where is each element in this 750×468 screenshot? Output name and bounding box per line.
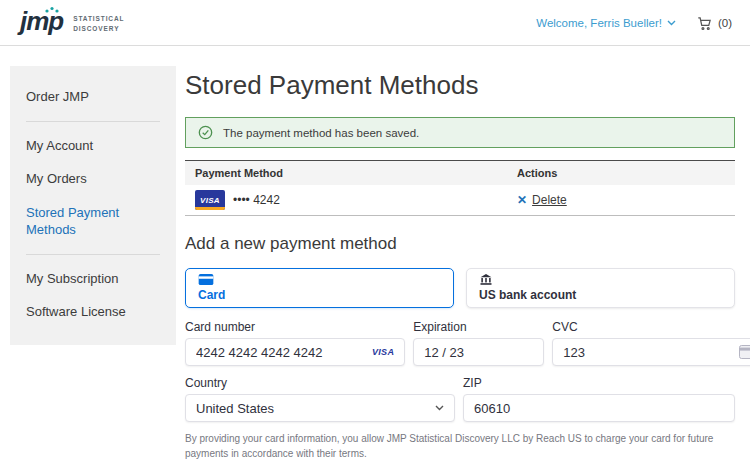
cvc-card-icon — [739, 345, 750, 359]
zip-inputbox — [463, 394, 735, 422]
column-header-payment-method: Payment Method — [195, 167, 517, 179]
jmp-logo-dots-icon — [44, 6, 60, 14]
zip-input[interactable] — [474, 401, 724, 416]
tab-us-bank-account[interactable]: US bank account — [466, 268, 735, 308]
payment-method-cell: VISA •••• 4242 — [195, 190, 517, 210]
main-content: Stored Payment Methods The payment metho… — [185, 62, 735, 468]
country-field: Country United States — [185, 376, 455, 422]
check-circle-icon — [198, 125, 213, 140]
alert-message: The payment method has been saved. — [223, 127, 419, 139]
form-row-1: Card number VISA Expiration CVC — [185, 320, 735, 366]
card-number-input[interactable] — [196, 345, 372, 360]
visa-brand-icon: VISA — [372, 347, 394, 357]
jmp-logo[interactable]: jmp STATISTICAL DISCOVERY — [20, 8, 124, 34]
cvc-field: CVC — [552, 320, 750, 366]
payment-method-tabs: Card US bank account — [185, 268, 735, 308]
page: jmp STATISTICAL DISCOVERY Welcome, Ferri… — [0, 0, 750, 468]
sidebar-item-order-jmp[interactable]: Order JMP — [10, 80, 176, 114]
logo-sub-line2: DISCOVERY — [73, 24, 124, 34]
card-number-inputbox: VISA — [185, 338, 405, 366]
sidebar-item-software-license[interactable]: Software License — [10, 295, 176, 329]
select-chevron-icon — [435, 405, 444, 411]
tab-card[interactable]: Card — [185, 268, 454, 308]
expiration-field: Expiration — [413, 320, 544, 366]
expiration-label: Expiration — [413, 320, 544, 334]
visa-badge-text: VISA — [200, 196, 220, 205]
cart-count: (0) — [718, 17, 732, 29]
sidebar-divider — [26, 254, 160, 255]
header-right: Welcome, Ferris Bueller! (0) — [536, 0, 732, 46]
country-selected-value: United States — [196, 401, 274, 416]
zip-label: ZIP — [463, 376, 735, 390]
cvc-input[interactable] — [563, 345, 739, 360]
cvc-inputbox — [552, 338, 750, 366]
sidebar-divider — [26, 121, 160, 122]
sidebar-item-my-subscription[interactable]: My Subscription — [10, 262, 176, 296]
success-alert: The payment method has been saved. — [185, 117, 735, 148]
header: jmp STATISTICAL DISCOVERY Welcome, Ferri… — [0, 0, 750, 46]
expiration-input[interactable] — [424, 345, 533, 360]
card-number-label: Card number — [185, 320, 405, 334]
sidebar-item-my-account[interactable]: My Account — [10, 129, 176, 163]
credit-card-icon — [198, 274, 214, 285]
country-label: Country — [185, 376, 455, 390]
sidebar-item-stored-payment-methods[interactable]: Stored Payment Methods — [10, 196, 176, 247]
terms-disclaimer: By providing your card information, you … — [185, 432, 735, 461]
page-title: Stored Payment Methods — [185, 70, 735, 101]
chevron-down-icon — [667, 20, 676, 26]
payment-methods-table: Payment Method Actions VISA •••• 4242 ✕ … — [185, 160, 735, 216]
expiration-inputbox — [413, 338, 544, 366]
card-number-field: Card number VISA — [185, 320, 405, 366]
form-row-2: Country United States ZIP — [185, 376, 735, 422]
tab-card-label: Card — [198, 288, 441, 302]
table-row: VISA •••• 4242 ✕ Delete — [185, 185, 735, 216]
visa-card-icon: VISA — [195, 190, 225, 210]
welcome-text: Welcome, Ferris Bueller! — [536, 17, 662, 29]
bank-icon — [479, 274, 493, 285]
cart-button[interactable]: (0) — [696, 16, 732, 31]
table-header-row: Payment Method Actions — [185, 160, 735, 185]
tab-bank-label: US bank account — [479, 288, 722, 302]
country-select[interactable]: United States — [185, 394, 455, 422]
sidebar: Order JMP My Account My Orders Stored Pa… — [10, 66, 176, 345]
column-header-actions: Actions — [517, 167, 725, 179]
jmp-logo-subtitle: STATISTICAL DISCOVERY — [73, 14, 124, 34]
sidebar-item-my-orders[interactable]: My Orders — [10, 162, 176, 196]
delete-link-label: Delete — [532, 193, 567, 207]
card-last4: •••• 4242 — [233, 193, 280, 207]
zip-field: ZIP — [463, 376, 735, 422]
cart-icon — [696, 16, 713, 31]
logo-sub-line1: STATISTICAL — [73, 14, 124, 24]
delete-x-icon: ✕ — [517, 193, 527, 207]
account-menu[interactable]: Welcome, Ferris Bueller! — [536, 17, 676, 29]
cvc-label: CVC — [552, 320, 750, 334]
add-payment-heading: Add a new payment method — [185, 234, 735, 254]
delete-payment-method-button[interactable]: ✕ Delete — [517, 193, 567, 207]
